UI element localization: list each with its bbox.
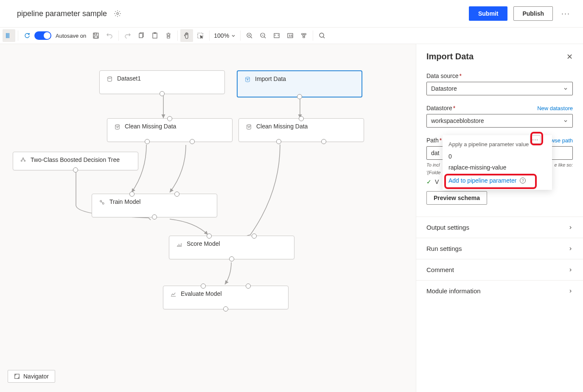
copy-icon[interactable]	[135, 29, 148, 42]
score-icon	[176, 241, 182, 247]
chevron-right-icon	[568, 225, 573, 230]
node-clean-missing-2[interactable]: Clean Missing Data	[238, 118, 364, 142]
panel-toggle-icon[interactable]	[3, 29, 15, 42]
port-in[interactable]	[252, 234, 257, 239]
publish-button[interactable]: Publish	[513, 6, 553, 21]
svg-rect-5	[153, 33, 157, 38]
svg-point-0	[117, 13, 119, 15]
pan-icon[interactable]	[180, 29, 193, 42]
chevron-down-icon	[563, 118, 568, 123]
port-out[interactable]	[160, 91, 165, 96]
port-out[interactable]	[73, 167, 78, 172]
submit-button[interactable]: Submit	[469, 6, 507, 21]
datastore-label: Datastore*	[426, 105, 455, 111]
zoom-out-icon[interactable]	[257, 29, 269, 42]
port-in[interactable]	[207, 234, 212, 239]
navigator-button[interactable]: Navigator	[8, 370, 55, 383]
port-out[interactable]	[229, 256, 234, 261]
port-out[interactable]	[145, 139, 150, 144]
delete-icon[interactable]	[162, 29, 175, 42]
port-out[interactable]	[223, 306, 228, 311]
more-icon[interactable]: ···	[559, 9, 573, 18]
svg-point-20	[24, 160, 25, 161]
path-more-button[interactable]: ···	[530, 135, 541, 144]
page-title: pipeline parameter sample	[17, 9, 107, 18]
search-icon[interactable]	[316, 29, 328, 42]
node-dataset1[interactable]: Dataset1	[99, 70, 225, 94]
chevron-right-icon	[568, 246, 573, 251]
datastore-select[interactable]: workspaceblobstore	[426, 114, 573, 128]
svg-rect-4	[139, 33, 143, 38]
evaluate-icon	[170, 291, 177, 297]
port-out[interactable]	[190, 139, 195, 144]
svg-rect-10	[274, 33, 279, 38]
port-out[interactable]	[276, 139, 281, 144]
port-in[interactable]	[129, 192, 135, 197]
popup-item-0[interactable]: 0	[443, 151, 552, 162]
port-in[interactable]	[167, 116, 172, 121]
node-train-model[interactable]: Train Model	[92, 194, 217, 217]
section-output-settings[interactable]: Output settings	[416, 217, 583, 238]
clean-icon	[246, 124, 252, 130]
svg-point-17	[247, 125, 251, 126]
clean-icon	[114, 124, 121, 130]
preview-schema-button[interactable]: Preview schema	[426, 191, 487, 205]
zoom-in-icon[interactable]	[243, 29, 256, 42]
port-in[interactable]	[299, 116, 304, 121]
svg-point-19	[21, 160, 22, 161]
popup-item-1[interactable]: raplace-missing-value	[443, 162, 552, 173]
save-icon[interactable]	[90, 29, 102, 42]
autolayout-icon[interactable]	[297, 29, 310, 42]
section-run-settings[interactable]: Run settings	[416, 238, 583, 259]
port-out[interactable]	[297, 94, 302, 99]
svg-point-14	[108, 77, 112, 78]
svg-point-13	[320, 33, 324, 37]
select-icon[interactable]	[194, 29, 207, 42]
svg-rect-3	[94, 36, 98, 38]
navigator-icon	[14, 373, 20, 379]
svg-point-18	[22, 158, 24, 159]
port-in[interactable]	[201, 284, 206, 289]
panel-title: Import Data	[426, 52, 474, 61]
svg-text:1:1: 1:1	[289, 34, 293, 37]
new-datastore-link[interactable]: New datastore	[537, 105, 573, 111]
datasource-select[interactable]: Datastore	[426, 82, 573, 95]
section-module-info[interactable]: Module information	[416, 280, 583, 301]
chevron-right-icon	[568, 289, 573, 294]
fit-screen-icon[interactable]	[270, 29, 283, 42]
settings-icon[interactable]	[114, 10, 121, 17]
zoom-level[interactable]: 100%	[212, 32, 238, 39]
node-evaluate-model[interactable]: Evaluate Model	[163, 286, 289, 309]
node-two-class[interactable]: Two-Class Boosted Decision Tree	[13, 152, 138, 170]
database-icon	[107, 76, 113, 82]
svg-point-21	[100, 200, 102, 202]
datasource-label: Data source*	[426, 72, 573, 79]
tree-icon	[20, 157, 26, 164]
path-label: Path*	[426, 137, 442, 144]
svg-point-16	[115, 125, 119, 126]
chevron-down-icon	[563, 86, 568, 91]
undo-icon[interactable]	[103, 29, 116, 42]
svg-point-15	[246, 77, 249, 79]
node-clean-missing-1[interactable]: Clean Missing Data	[107, 118, 233, 142]
port-in[interactable]	[246, 284, 251, 289]
add-to-pipeline-parameter[interactable]: Add to pipeline parameter ?	[443, 173, 552, 186]
autosave-toggle[interactable]	[34, 31, 51, 40]
redo-icon[interactable]	[121, 29, 134, 42]
node-import-data[interactable]: Import Data	[237, 70, 362, 97]
port-in[interactable]	[174, 192, 179, 197]
section-comment[interactable]: Comment	[416, 259, 583, 280]
info-icon: ?	[520, 178, 526, 183]
paste-icon[interactable]	[149, 29, 161, 42]
check-icon: ✓	[426, 178, 432, 185]
node-score-model[interactable]: Score Model	[169, 236, 294, 259]
train-icon	[99, 199, 105, 206]
port-out[interactable]	[152, 214, 157, 220]
refresh-icon[interactable]	[21, 29, 34, 42]
close-icon[interactable]: ✕	[566, 52, 573, 61]
properties-panel: Import Data ✕ Data source* Datastore Dat…	[416, 44, 583, 392]
import-icon	[244, 76, 251, 83]
actual-size-icon[interactable]: 1:1	[284, 29, 297, 42]
chevron-right-icon	[568, 267, 573, 272]
port-out[interactable]	[321, 139, 326, 144]
